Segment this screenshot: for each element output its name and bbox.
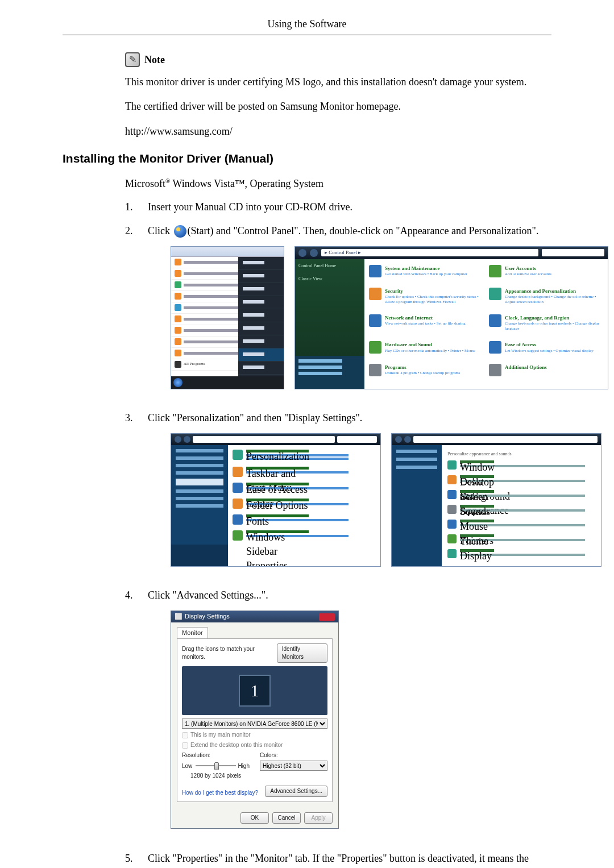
cancel-button[interactable]: Cancel (272, 812, 301, 824)
nav-back-icon[interactable] (395, 436, 402, 443)
chk-extend-desktop[interactable]: Extend the desktop onto this monitor (182, 741, 327, 749)
addr-bar[interactable] (193, 436, 335, 443)
cp-item-appearance[interactable]: Appearance and PersonalizationChange des… (489, 288, 603, 311)
cp-sidebar-classic[interactable]: Classic View (295, 272, 364, 285)
nav-back-icon[interactable] (175, 436, 181, 443)
monitor-select[interactable]: 1. (Multiple Monitors) on NVIDIA GeForce… (182, 719, 327, 729)
pers-theme[interactable]: Theme (447, 534, 595, 543)
cp-item-network[interactable]: Network and InternetView network status … (369, 314, 483, 338)
step-1-text: Insert your Manual CD into your CD-ROM d… (148, 200, 551, 214)
step-2-number: 2. (125, 224, 135, 402)
step-3: 3. Click "Personalization" and then "Dis… (125, 411, 551, 579)
header-rule (63, 35, 551, 35)
cp-item-programs[interactable]: ProgramsUninstall a program • Change sta… (369, 364, 483, 383)
start-all-programs[interactable]: All Programs (184, 362, 238, 367)
slider-high: High (238, 762, 250, 770)
step-4: 4. Click "Advanced Settings...". ⬜ Displ… (125, 588, 551, 843)
pers-window-color[interactable]: Window Color and Appearance (447, 460, 595, 470)
cp-item-security[interactable]: SecurityCheck for updates • Check this c… (369, 288, 483, 311)
pers-sounds[interactable]: Sounds (447, 505, 595, 514)
colors-label: Colors: (260, 751, 327, 759)
note-line-1: This monitor driver is under certifying … (125, 75, 551, 89)
step-5-text-a: Click "Properties" in the "Monitor" tab.… (148, 852, 551, 868)
intro-suffix: Windows Vista™, Operating System (170, 178, 323, 189)
section-intro: Microsoft® Windows Vista™, Operating Sys… (125, 177, 551, 191)
appearance-sidebar (171, 445, 228, 566)
appearance-item-taskbar[interactable]: Taskbar and Start Menu (233, 467, 376, 477)
step-1-number: 1. (125, 200, 135, 214)
colors-select[interactable]: Highest (32 bit) (260, 761, 327, 771)
monitor-preview[interactable]: 1 (182, 666, 327, 715)
sidebar-current[interactable] (176, 479, 223, 485)
step-3-number: 3. (125, 411, 135, 579)
start-control-panel-item[interactable] (238, 348, 284, 362)
step-4-text: Click "Advanced Settings...". (148, 589, 268, 601)
identify-monitors-button[interactable]: Identify Monitors (277, 643, 327, 663)
appearance-item-sidebar[interactable]: Windows Sidebar Properties (233, 530, 376, 541)
cp-item-additional[interactable]: Additional Options (489, 364, 603, 383)
pers-mouse[interactable]: Mouse Pointers (447, 520, 595, 529)
nav-forward-icon[interactable] (310, 249, 318, 257)
cp-item-user-accounts[interactable]: User AccountsAdd or remove user accounts (489, 265, 603, 284)
resolution-label: Resolution: (182, 751, 250, 759)
cp-item-clock[interactable]: Clock, Language, and RegionChange keyboa… (489, 314, 603, 338)
note-line-3: http://www.samsung.com/ (125, 124, 551, 139)
nav-back-icon[interactable] (298, 249, 306, 257)
nav-forward-icon[interactable] (184, 436, 190, 443)
appearance-item-personalization[interactable]: Personalization (233, 450, 376, 461)
screenshot-appearance-category: Personalization Taskbar and Start Menu E… (171, 433, 381, 567)
chk-main-monitor[interactable]: This is my main monitor (182, 731, 327, 739)
pers-display-settings[interactable]: Display Settings (447, 549, 595, 558)
tab-monitor[interactable]: Monitor (177, 627, 208, 638)
resolution-slider[interactable]: Low High (182, 761, 250, 771)
cp-item-ease[interactable]: Ease of AccessLet Windows suggest settin… (489, 341, 603, 360)
personalization-heading: Personalize appearance and sounds (447, 451, 595, 457)
nav-forward-icon[interactable] (404, 436, 411, 443)
ok-button[interactable]: OK (240, 812, 269, 824)
cp-search-input[interactable] (542, 249, 604, 256)
resolution-value: 1280 by 1024 pixels (182, 772, 250, 780)
cp-recent-tasks (295, 356, 364, 389)
note-line-2: The certified driver will be posted on S… (125, 99, 551, 114)
cp-address-bar[interactable]: ▸ Control Panel ▸ (321, 249, 538, 256)
cp-item-system[interactable]: System and MaintenanceGet started with W… (369, 265, 483, 284)
taskbar-start-orb-icon[interactable] (173, 378, 182, 387)
appearance-item-ease[interactable]: Ease of Access Center (233, 483, 376, 493)
step-2-text-b: (Start) and "Control Panel". Then, doubl… (188, 225, 539, 236)
start-orb-icon (174, 225, 186, 238)
screenshot-display-settings-dialog: ⬜ Display Settings Monitor Drag the icon… (171, 610, 339, 829)
apply-button[interactable]: Apply (304, 812, 333, 824)
pers-desktop-bg[interactable]: Desktop Background (447, 475, 595, 484)
best-display-link[interactable]: How do I get the best display? (182, 789, 258, 797)
search-input[interactable] (337, 436, 377, 443)
dialog-close-button[interactable] (319, 613, 335, 621)
step-2-screenshots: All Programs (171, 246, 608, 389)
note-icon: ✎ (125, 52, 140, 67)
appearance-item-fonts[interactable]: Fonts (233, 514, 376, 525)
step-2: 2. Click (Start) and "Control Panel". Th… (125, 224, 551, 402)
step-5-number: 5. (125, 852, 135, 868)
step-4-number: 4. (125, 588, 135, 843)
intro-prefix: Microsoft (125, 178, 165, 189)
advanced-settings-button[interactable]: Advanced Settings... (265, 786, 327, 797)
step-5: 5. Click "Properties" in the "Monitor" t… (125, 852, 551, 868)
section-heading: Installing the Monitor Driver (Manual) (63, 150, 551, 167)
screenshot-control-panel: ▸ Control Panel ▸ Control Panel Home Cla… (294, 246, 608, 389)
monitor-1-icon[interactable]: 1 (239, 675, 271, 707)
screenshot-personalization: Personalize appearance and sounds Window… (391, 433, 601, 567)
step-2-text-a: Click (148, 225, 173, 236)
step-2-text: Click (Start) and "Control Panel". Then,… (148, 224, 608, 402)
step-1: 1. Insert your Manual CD into your CD-RO… (125, 200, 551, 214)
appearance-item-folder[interactable]: Folder Options (233, 499, 376, 509)
pers-screensaver[interactable]: Screen Saver (447, 490, 595, 499)
page-header: Using the Software (63, 17, 551, 35)
screenshot-start-menu: All Programs (171, 246, 284, 389)
cp-sidebar-title[interactable]: Control Panel Home (295, 259, 364, 272)
dialog-title: Display Settings (182, 612, 319, 621)
note-label: Note (144, 53, 165, 67)
step-3-text: Click "Personalization" and then "Displa… (148, 412, 362, 423)
addr-bar[interactable] (413, 436, 598, 443)
cp-item-hardware[interactable]: Hardware and SoundPlay CDs or other medi… (369, 341, 483, 360)
drag-monitors-text: Drag the icons to match your monitors. (182, 645, 277, 661)
dialog-title-icon: ⬜ (175, 612, 182, 621)
